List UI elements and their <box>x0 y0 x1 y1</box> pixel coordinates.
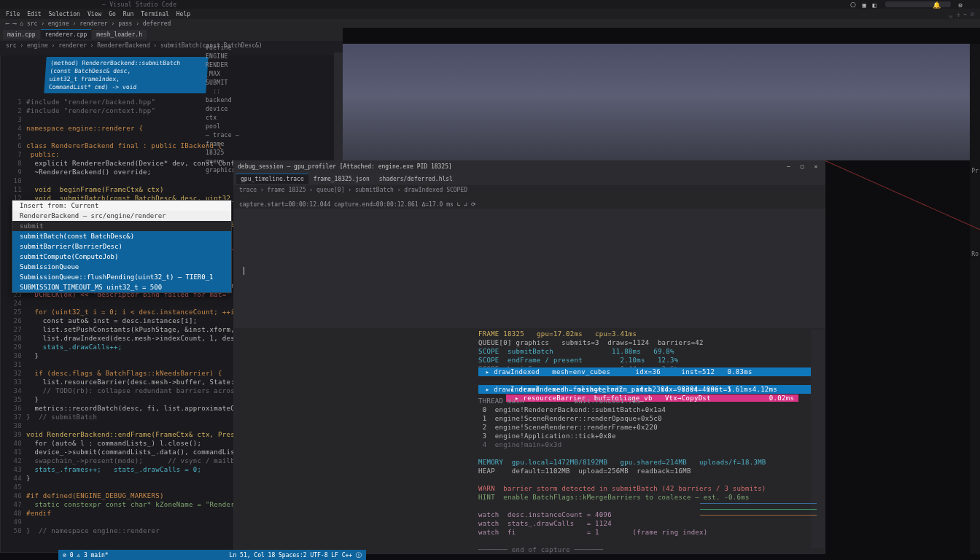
gear-icon[interactable]: ⚙ <box>959 1 962 9</box>
panel-icon[interactable]: ▣ <box>863 1 866 9</box>
menu-selection[interactable]: Selection <box>49 11 80 18</box>
right-strip-label-1: Pr <box>971 168 979 174</box>
profiler-crumb-1[interactable]: trace › frame 18325 › queue[0] › submitB… <box>233 185 825 200</box>
menu-help[interactable]: Help <box>176 11 190 18</box>
titlebar: — Visual Studio Code ⎔ ▣ ◧ 🔔 ⚙ <box>0 0 980 9</box>
profiler-window: debug_session — gpu_profiler [Attached: … <box>233 160 825 554</box>
signature-help: (method) RendererBackend::submitBatch (c… <box>44 57 208 93</box>
code-line[interactable]: 1 engine!SceneRenderer::renderOpaque+0x5… <box>478 414 821 423</box>
code-line[interactable]: QUEUE[0] graphics submits=3 draws=1124 b… <box>478 338 821 347</box>
sparkline-graph <box>700 481 817 525</box>
code-line[interactable]: HEAP default=1102MB upload=256MB readbac… <box>478 467 821 475</box>
code-line[interactable]: 4 engine!main+0x3d <box>478 440 821 449</box>
code-line[interactable]: watch fi = 1 (frame ring index) <box>478 528 821 537</box>
title-text: — Visual Studio Code <box>102 1 176 8</box>
tab-main-cpp[interactable]: main.cpp <box>3 30 40 39</box>
profiler-titlebar[interactable]: debug_session — gpu_profiler [Attached: … <box>233 160 825 172</box>
layout-icon[interactable]: ⎔ <box>850 1 856 9</box>
autocomplete-item[interactable]: submitBarrier(BarrierDesc) <box>12 241 231 252</box>
outline-token: — trace — <box>206 131 296 140</box>
sig-line-3: CommandList* cmd) -> void <box>48 83 202 91</box>
code-line[interactable]: ─────── end of capture ─────── <box>478 545 821 554</box>
outline-token: frame <box>206 140 296 149</box>
autocomplete-item[interactable]: SubmissionQueue::flushPending(uint32_t) … <box>12 272 231 282</box>
profiler-tabbar: gpu_timeline.trace frame_18325.json shad… <box>233 172 825 185</box>
tab-deferred-hlsl[interactable]: shaders/deferred.hlsl <box>375 174 457 184</box>
menu-file[interactable]: File <box>6 11 20 18</box>
outline-token: :: <box>206 88 296 96</box>
toolbar-right-icons[interactable]: ␣ ⏚ ⌁ ⎚ <box>949 11 974 18</box>
autocomplete-popup[interactable]: Insert from: Current RendererBackend — s… <box>12 200 232 293</box>
timeline-canvas[interactable] <box>233 209 825 328</box>
title-search[interactable] <box>885 1 951 7</box>
autocomplete-item[interactable]: submitBatch(const BatchDesc&) <box>12 231 231 241</box>
tab-mesh-loader-h[interactable]: mesh_loader.h <box>92 30 147 39</box>
autocomplete-item[interactable]: submitCompute(ComputeJob) <box>12 252 231 262</box>
autocomplete-item[interactable]: SUBMISSION_TIMEOUT_MS uint32_t = 500 <box>12 282 231 292</box>
outline-token: ctx <box>206 114 296 122</box>
menubar: File Edit Selection View Go Run Terminal… <box>0 9 980 19</box>
win-close-icon[interactable]: ✕ <box>811 163 821 170</box>
autocomplete-item[interactable]: SubmissionQueue <box>12 262 231 272</box>
prof-sel-mid[interactable]: ▸ drawIndexed mesh=terrain_patch idx=983… <box>478 376 825 385</box>
bell-icon[interactable]: 🔔 <box>933 1 941 9</box>
status-left[interactable]: ⊘ 0 ⚠ 3 main* <box>63 552 109 559</box>
left-tabbar: main.cpp renderer.cpp mesh_loader.h <box>0 28 343 41</box>
win-min-icon[interactable]: — <box>783 163 793 170</box>
split-icon[interactable]: ◧ <box>873 1 876 9</box>
tab-renderer-cpp[interactable]: renderer.cpp <box>41 29 92 39</box>
prof-sel-0[interactable]: ▸ drawIndexed mesh=env_cubes idx=36 inst… <box>478 368 825 376</box>
outline-token: ENGINE <box>206 52 296 61</box>
ac-filter: submit <box>12 221 231 231</box>
outline-token: 18325 <box>206 149 296 158</box>
outline-token: device <box>206 105 296 114</box>
ac-head-2: RendererBackend — src/engine/renderer <box>12 211 231 221</box>
code-line[interactable]: FRAME 18325 gpu=17.02ms cpu=3.41ms <box>478 330 821 338</box>
right-strip-label-2: Ro <box>971 251 979 257</box>
outline-token: #define <box>206 44 296 52</box>
code-line[interactable]: SCOPE endFrame / present 2.10ms 12.3% <box>478 356 821 365</box>
code-line[interactable]: MEMORY gpu.local=1472MB/8192MB gpu.share… <box>478 458 821 467</box>
code-line[interactable] <box>478 537 821 545</box>
sig-line-0: (method) RendererBackend::submitBatch <box>50 59 204 67</box>
code-line[interactable] <box>478 449 821 458</box>
guide-line <box>825 160 980 238</box>
outline-token: _MAX <box>206 70 296 79</box>
viewport-gradient <box>296 44 974 160</box>
menu-run[interactable]: Run <box>123 11 133 18</box>
sig-line-1: (const BatchDesc& desc, <box>50 67 203 75</box>
code-line[interactable]: SCOPE submitBatch 11.88ms 69.8% <box>478 347 821 356</box>
tab-frame-json[interactable]: frame_18325.json <box>309 174 374 184</box>
profiler-details: THREAD main wait.fence=1.7ms 0 engine!Re… <box>478 397 821 554</box>
outline-token: backend <box>206 96 296 105</box>
profiler-selection: ▸ drawIndexed mesh=env_cubes idx=36 inst… <box>478 368 825 394</box>
status-right[interactable]: Ln 51, Col 18 Spaces:2 UTF-8 LF C++ ⓘ <box>230 551 362 559</box>
menu-go[interactable]: Go <box>109 11 116 18</box>
code-line[interactable]: 3 engine!Application::tick+0x8e <box>478 432 821 440</box>
win-max-icon[interactable]: ▢ <box>797 163 807 170</box>
menu-terminal[interactable]: Terminal <box>141 11 169 18</box>
outline-token: pool <box>206 122 296 131</box>
toolbar-crumb[interactable]: ⟵ ⟶ ⌂ src › engine › renderer › pass › d… <box>6 20 171 27</box>
ac-head-1: Insert from: Current <box>12 201 231 211</box>
menu-edit[interactable]: Edit <box>27 11 41 18</box>
outline-sliver: #defineENGINERENDER_MAXSUBMIT ::backendd… <box>206 44 296 175</box>
code-line[interactable]: 2 engine!SceneRenderer::renderFrame+0x22… <box>478 423 821 432</box>
outline-token: RENDER <box>206 61 296 70</box>
sig-line-2: uint32_t frameIndex, <box>49 75 203 83</box>
code-line[interactable]: THREAD main wait.fence=1.7ms <box>478 397 821 405</box>
outline-token: SUBMIT <box>206 79 296 88</box>
tab-gpu-timeline[interactable]: gpu_timeline.trace <box>236 174 308 184</box>
statusbar[interactable]: ⊘ 0 ⚠ 3 main* Ln 51, Col 18 Spaces:2 UTF… <box>58 550 366 560</box>
menu-view[interactable]: View <box>88 11 101 18</box>
profiler-title-text: debug_session — gpu_profiler [Attached: … <box>238 163 452 170</box>
activity-bar-right <box>970 44 980 554</box>
breadcrumb-toolbar: ⟵ ⟶ ⌂ src › engine › renderer › pass › d… <box>0 19 980 28</box>
code-line[interactable]: 0 engine!RendererBackend::submitBatch+0x… <box>478 405 821 414</box>
